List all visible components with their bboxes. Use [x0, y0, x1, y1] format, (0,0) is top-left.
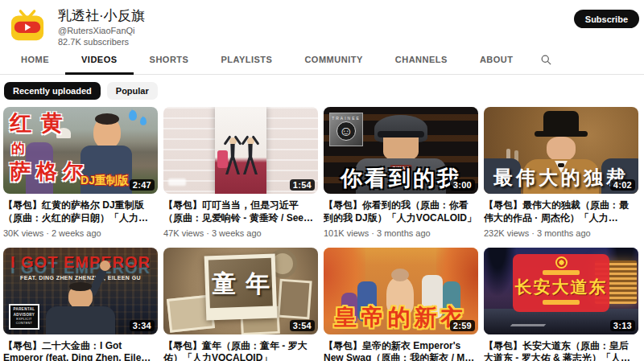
video-thumbnail[interactable]: 1:54: [163, 107, 318, 194]
thumbnail-figure: [100, 260, 110, 271]
chip-recently-uploaded[interactable]: Recently uploaded: [4, 82, 101, 100]
thumbnail-figure: [93, 117, 121, 149]
tab-channels[interactable]: CHANNELS: [379, 45, 464, 75]
tab-community[interactable]: COMMUNITY: [288, 45, 378, 75]
tab-shorts[interactable]: SHORTS: [134, 45, 205, 75]
tab-videos[interactable]: VIDEOS: [65, 45, 134, 75]
thumbnail-text: 红黄: [10, 109, 72, 137]
video-title[interactable]: 【辱包】童年（原曲：童年 - 罗大佑）「人力VOCALOID」: [163, 340, 316, 361]
video-card: TRAINEE ☺ SWAT 你看到的我 3:00 【辱包】你看到的我（原曲：你…: [324, 107, 478, 238]
subscribe-button[interactable]: Subscribe: [574, 10, 639, 28]
channel-header: 乳透社·小反旗 @RutersXiaoFanQi 82.7K subscribe…: [0, 0, 644, 45]
video-title[interactable]: 【辱包】皇帝的新衣 Emperor's New Swag（原曲：我的新衣 / M…: [324, 340, 477, 361]
video-duration: 3:00: [450, 179, 475, 191]
thumbnail-text: FEAT. DING ZHEN ZHENZHU, EILEEN GU: [3, 275, 158, 281]
video-duration: 4:02: [610, 179, 635, 191]
video-thumbnail[interactable]: 长安大道东 3:13: [484, 248, 638, 334]
tree-decoration: [484, 248, 516, 296]
thumbnail-text: 童年: [202, 268, 279, 301]
tv-play-icon: [9, 9, 46, 43]
channel-avatar[interactable]: [8, 6, 47, 45]
road-decoration: [510, 324, 547, 326]
advisory-text: EXPLICIT CONTENT: [11, 318, 37, 326]
thumbnail-text: I GOT EMPEROR: [3, 253, 158, 272]
video-title[interactable]: 【辱包】叮叮当当，但是习近平（原曲：见爱响铃 - 黄垂玲 / See Tình …: [163, 199, 316, 225]
video-duration: 3:13: [610, 320, 635, 331]
sweat-droplets-emoji: [129, 110, 150, 128]
video-thumbnail[interactable]: 皇帝的新衣 2:59: [324, 248, 478, 334]
video-card: 皇帝的新衣 2:59 【辱包】皇帝的新衣 Emperor's New Swag（…: [324, 248, 478, 361]
video-meta: 30K views · 2 weeks ago: [3, 228, 158, 238]
video-title[interactable]: 【辱包】长安大道东（原曲：皇后大道东 - 罗大佑 & 蒋志光）「人力VOCALO…: [484, 340, 637, 361]
thumbnail-art: [215, 107, 266, 194]
channel-search-button[interactable]: [529, 45, 564, 75]
top-hat-icon: [543, 111, 579, 133]
thumbnail-figure: [547, 137, 576, 162]
video-meta: 232K views · 3 months ago: [484, 228, 638, 238]
thumbnail-small-text: [543, 270, 580, 275]
thumbnail-figure: [243, 137, 258, 174]
tab-playlists[interactable]: PLAYLISTS: [204, 45, 288, 75]
video-card: 童年 3:54 【辱包】童年（原曲：童年 - 罗大佑）「人力VOCALOID」 …: [163, 248, 318, 361]
video-duration: 1:54: [290, 179, 315, 191]
water-drop-icon: [129, 110, 137, 121]
video-thumbnail[interactable]: 童年 3:54: [163, 248, 318, 334]
video-title[interactable]: 【辱包】二十大金曲：I Got Emperor (feat. Ding Zhen…: [3, 340, 156, 361]
parental-advisory-label: PARENTAL ADVISORY EXPLICIT CONTENT: [9, 304, 39, 329]
channel-handle: @RutersXiaoFanQi: [58, 26, 145, 35]
video-card: 红黄 的 萨格尔 DJ重制版 2:47 【辱包】红黄的萨格尔 DJ重制版（原曲：…: [3, 107, 158, 238]
video-meta: 101K views · 3 months ago: [324, 228, 478, 238]
thumbnail-badge-text: DJ重制版: [80, 174, 129, 188]
photo-decoration: [277, 278, 312, 319]
video-duration: 2:59: [450, 320, 475, 331]
video-title[interactable]: 【辱包】你看到的我（原曲：你看到的我 DJ版）「人力VOCALOID」: [324, 199, 477, 225]
thumbnail-text: 萨格尔: [10, 158, 89, 186]
video-title[interactable]: 【辱包】红黄的萨格尔 DJ重制版（原曲：火红的萨日朗）「人力VOCALOID」: [3, 199, 156, 225]
video-card: I GOT EMPEROR FEAT. DING ZHEN ZHENZHU, E…: [3, 248, 158, 361]
search-icon: [540, 54, 552, 66]
thumbnail-figure: [391, 269, 409, 281]
national-emblem-icon: [555, 256, 568, 269]
filter-chips: Recently uploaded Popular: [0, 75, 644, 107]
top-hat-icon: [535, 131, 588, 137]
thumbnail-figure: [225, 137, 240, 174]
advisory-text: PARENTAL ADVISORY: [11, 307, 37, 318]
video-thumbnail[interactable]: 最伟大的独裁 4:02: [484, 107, 638, 194]
thumbnail-figure: [378, 131, 424, 137]
video-meta: 47K views · 3 weeks ago: [163, 228, 318, 238]
video-thumbnail[interactable]: TRAINEE ☺ SWAT 你看到的我 3:00: [324, 107, 478, 194]
video-card: 长安大道东 3:13 【辱包】长安大道东（原曲：皇后大道东 - 罗大佑 & 蒋志…: [484, 248, 638, 361]
thumbnail-text: 的: [11, 139, 25, 158]
thumbnail-text: 长安大道东: [515, 276, 608, 298]
video-grid: 红黄 的 萨格尔 DJ重制版 2:47 【辱包】红黄的萨格尔 DJ重制版（原曲：…: [0, 107, 644, 361]
water-drop-icon: [140, 117, 147, 125]
video-duration: 2:47: [130, 179, 155, 191]
album-label: TRAINEE: [332, 116, 361, 121]
smiley-icon: ☺: [336, 121, 356, 141]
video-duration: 3:54: [290, 320, 315, 331]
thumbnail-small-text: [543, 300, 580, 305]
video-duration: 3:34: [130, 320, 155, 331]
tab-home[interactable]: HOME: [5, 45, 65, 75]
thumbnail-figure: [68, 285, 93, 309]
album-art: TRAINEE ☺: [329, 113, 363, 146]
video-thumbnail[interactable]: I GOT EMPEROR FEAT. DING ZHEN ZHENZHU, E…: [3, 248, 158, 334]
channel-name: 乳透社·小反旗: [58, 8, 145, 24]
video-card: 最伟大的独裁 4:02 【辱包】最伟大的独裁（原曲：最伟大的作品 · 周杰伦）「…: [484, 107, 638, 238]
video-thumbnail[interactable]: 红黄 的 萨格尔 DJ重制版 2:47: [3, 107, 158, 194]
video-card: 1:54 【辱包】叮叮当当，但是习近平（原曲：见爱响铃 - 黄垂玲 / See …: [163, 107, 318, 238]
thumbnail-figure: [46, 306, 115, 334]
thumbnail-watermark: [168, 178, 186, 186]
red-banner: 长安大道东: [513, 254, 609, 312]
subscriber-count: 82.7K subscribers: [58, 37, 145, 47]
chip-popular[interactable]: Popular: [107, 82, 158, 100]
tab-about[interactable]: ABOUT: [464, 45, 530, 75]
video-title[interactable]: 【辱包】最伟大的独裁（原曲：最伟大的作品 · 周杰伦）「人力VOCALOID」: [484, 199, 637, 225]
channel-tabs: HOME VIDEOS SHORTS PLAYLISTS COMMUNITY C…: [0, 45, 644, 75]
